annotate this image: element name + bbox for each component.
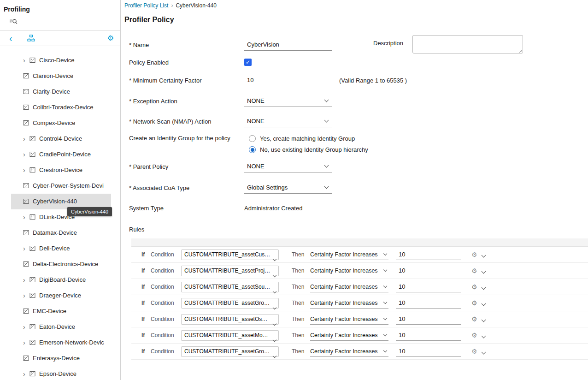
- hierarchy-tree-icon[interactable]: [27, 35, 35, 42]
- nmap-action-select[interactable]: NONE: [244, 115, 332, 127]
- chevron-right-icon[interactable]: ›: [23, 135, 29, 142]
- rule-condition-select[interactable]: CUSTOMATTRIBUTE_assetModelNam...: [181, 330, 279, 341]
- sidebar-item[interactable]: › Crestron-Device: [11, 162, 111, 178]
- policy-enabled-checkbox[interactable]: ✓: [244, 59, 252, 66]
- sidebar-item[interactable]: › Epson-Device: [11, 366, 111, 380]
- rule-expand-chevron-icon[interactable]: [482, 283, 485, 291]
- chevron-right-icon[interactable]: ›: [23, 370, 29, 378]
- rule-row: If Condition CUSTOMATTRIBUTE_assetGroupP…: [131, 344, 588, 360]
- rule-action-select[interactable]: Certainty Factor Increases: [310, 297, 388, 309]
- rule-row: If Condition CUSTOMATTRIBUTE_assetModelN…: [131, 327, 588, 344]
- radio-unselected-icon[interactable]: [249, 135, 256, 142]
- rule-expand-chevron-icon[interactable]: [482, 250, 485, 259]
- rule-gear-icon[interactable]: ⚙: [471, 332, 477, 338]
- radio-selected-icon[interactable]: [249, 146, 256, 153]
- search-filter-icon[interactable]: [9, 18, 18, 26]
- rule-certainty-input[interactable]: 10: [396, 265, 461, 276]
- coa-type-select[interactable]: Global Settings: [244, 182, 332, 194]
- policy-icon: [23, 104, 29, 110]
- description-group: Description: [373, 35, 523, 55]
- exception-action-row: * Exception Action NONE: [129, 94, 588, 108]
- rule-expand-chevron-icon[interactable]: [482, 267, 485, 275]
- sidebar-item[interactable]: › Compex-Device: [11, 115, 111, 131]
- exception-action-select[interactable]: NONE: [244, 95, 332, 107]
- rule-certainty-input[interactable]: 10: [396, 346, 461, 357]
- policy-icon: [29, 167, 35, 173]
- rule-certainty-input[interactable]: 10: [396, 330, 461, 341]
- breadcrumb-link[interactable]: Profiler Policy List: [124, 2, 168, 9]
- sidebar-item[interactable]: › Eaton-Device: [11, 319, 111, 335]
- rule-gear-icon[interactable]: ⚙: [471, 300, 477, 306]
- parent-policy-label: * Parent Policy: [129, 163, 244, 170]
- chevron-right-icon[interactable]: ›: [23, 339, 29, 346]
- back-chevron-icon[interactable]: ‹: [9, 34, 12, 43]
- sidebar-item[interactable]: › DigiBoard-Device: [11, 272, 111, 288]
- rule-action-value: Certainty Factor Increases: [310, 251, 378, 258]
- description-textarea[interactable]: [412, 35, 523, 53]
- sidebar-item[interactable]: › Clariion-Device: [11, 68, 111, 84]
- rule-action-select[interactable]: Certainty Factor Increases: [310, 346, 388, 357]
- identity-group-option-no[interactable]: No, use existing Identity Group hierarch…: [249, 146, 368, 153]
- rule-action-select[interactable]: Certainty Factor Increases: [310, 330, 388, 341]
- chevron-right-icon[interactable]: ›: [23, 166, 29, 174]
- tree-settings-gear-icon[interactable]: ⚙: [107, 34, 114, 42]
- chevron-down-icon: [383, 316, 387, 320]
- rule-gear-icon[interactable]: ⚙: [471, 267, 477, 274]
- rule-gear-icon[interactable]: ⚙: [471, 348, 477, 355]
- chevron-down-icon: [383, 300, 387, 303]
- sidebar-item[interactable]: › Cyber-Power-System-Devi: [11, 178, 111, 194]
- sidebar-item[interactable]: › Emerson-Network-Devic: [11, 335, 111, 350]
- rule-certainty-input[interactable]: 10: [396, 297, 461, 309]
- rule-gear-icon[interactable]: ⚙: [471, 316, 477, 322]
- sidebar-item[interactable]: › Control4-Device: [11, 131, 111, 147]
- rule-action-select[interactable]: Certainty Factor Increases: [310, 249, 388, 260]
- sidebar-item[interactable]: › EMC-Device: [11, 303, 111, 319]
- parent-policy-select[interactable]: NONE: [244, 160, 332, 172]
- rule-condition-value: CUSTOMATTRIBUTE_assetModelNam...: [184, 332, 271, 338]
- min-certainty-input[interactable]: 10: [244, 74, 332, 86]
- rule-gear-icon[interactable]: ⚙: [471, 284, 477, 290]
- chevron-right-icon[interactable]: ›: [23, 323, 29, 331]
- chevron-down-icon: [273, 335, 276, 343]
- sidebar-item[interactable]: › Draeger-Device: [11, 288, 111, 303]
- rule-expand-chevron-icon[interactable]: [482, 347, 485, 356]
- chevron-right-icon[interactable]: ›: [23, 151, 29, 158]
- sidebar-item[interactable]: › Cisco-Device: [11, 53, 111, 68]
- policy-icon: [23, 230, 29, 236]
- rule-condition-select[interactable]: CUSTOMATTRIBUTE_assetProjectNa...: [181, 266, 279, 276]
- policy-icon: [29, 136, 35, 142]
- sidebar-item[interactable]: › Dell-Device: [11, 241, 111, 256]
- rule-condition-select[interactable]: CUSTOMATTRIBUTE_assetGroup_CO...: [181, 298, 279, 309]
- rule-action-select[interactable]: Certainty Factor Increases: [310, 265, 388, 276]
- sidebar-item[interactable]: › CradlePoint-Device: [11, 147, 111, 162]
- rule-certainty-input[interactable]: 10: [396, 281, 461, 292]
- chevron-right-icon[interactable]: ›: [23, 214, 29, 221]
- sidebar-item[interactable]: › Delta-Electronics-Device: [11, 256, 111, 272]
- description-field-wrap: [412, 35, 523, 55]
- rule-certainty-input[interactable]: 10: [396, 314, 461, 325]
- rule-condition-select[interactable]: CUSTOMATTRIBUTE_assetSource_C...: [181, 282, 279, 292]
- chevron-right-icon[interactable]: ›: [23, 292, 29, 299]
- sidebar-item[interactable]: › Clarity-Device: [11, 84, 111, 100]
- rule-expand-chevron-icon[interactable]: [482, 299, 485, 307]
- chevron-down-icon: [383, 348, 387, 352]
- chevron-right-icon[interactable]: ›: [23, 245, 29, 252]
- rule-action-select[interactable]: Certainty Factor Increases: [310, 281, 388, 292]
- rule-expand-chevron-icon[interactable]: [482, 331, 485, 339]
- identity-group-option-yes[interactable]: Yes, create matching Identity Group: [249, 135, 368, 142]
- rule-condition-select[interactable]: CUSTOMATTRIBUTE_assetGroupPat...: [181, 346, 279, 357]
- rule-gear-icon[interactable]: ⚙: [471, 251, 477, 258]
- rule-condition-select[interactable]: CUSTOMATTRIBUTE_assetOsName...: [181, 314, 279, 325]
- rule-if-label: If: [141, 284, 151, 290]
- chevron-right-icon[interactable]: ›: [23, 276, 29, 284]
- sidebar-item[interactable]: › Colibri-Toradex-Device: [11, 100, 111, 115]
- system-type-value: Administrator Created: [244, 205, 302, 212]
- rule-condition-select[interactable]: CUSTOMATTRIBUTE_assetCustomNa...: [181, 249, 279, 260]
- rule-certainty-input[interactable]: 10: [396, 249, 461, 260]
- rule-expand-chevron-icon[interactable]: [482, 315, 485, 323]
- name-input[interactable]: CyberVision: [244, 39, 332, 51]
- sidebar-item[interactable]: › Datamax-Device: [11, 225, 111, 241]
- rule-action-select[interactable]: Certainty Factor Increases: [310, 314, 388, 325]
- sidebar-item[interactable]: › Enterasys-Device: [11, 350, 111, 366]
- chevron-right-icon[interactable]: ›: [23, 57, 29, 64]
